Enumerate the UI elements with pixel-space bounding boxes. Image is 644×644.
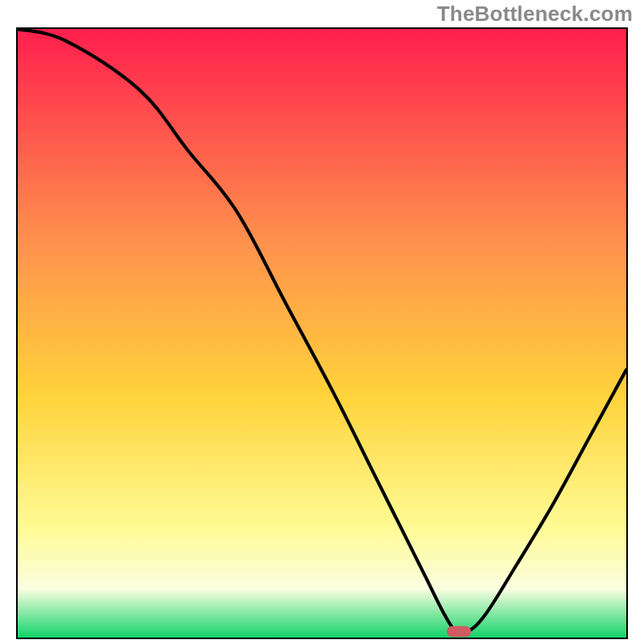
- watermark-text: TheBottleneck.com: [437, 2, 633, 27]
- chart-container: TheBottleneck.com: [0, 0, 644, 644]
- min-marker: [18, 29, 626, 638]
- plot-area: [16, 27, 628, 639]
- svg-rect-1: [447, 626, 471, 638]
